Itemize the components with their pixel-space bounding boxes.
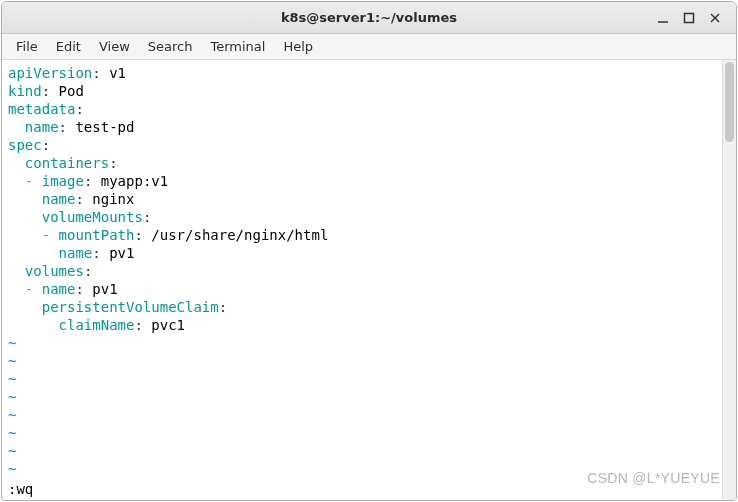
menu-file[interactable]: File: [8, 36, 46, 57]
code-line: volumes:: [8, 262, 718, 280]
code-line: volumeMounts:: [8, 208, 718, 226]
empty-line-tilde: ~: [8, 442, 718, 460]
scrollbar-thumb[interactable]: [725, 62, 734, 142]
code-line: - name: pv1: [8, 280, 718, 298]
empty-line-tilde: ~: [8, 352, 718, 370]
empty-line-tilde: ~: [8, 406, 718, 424]
code-line: claimName: pvc1: [8, 316, 718, 334]
editor-contents: apiVersion: v1kind: Podmetadata: name: t…: [8, 64, 718, 480]
code-line: kind: Pod: [8, 82, 718, 100]
code-line: name: pv1: [8, 244, 718, 262]
code-line: persistentVolumeClaim:: [8, 298, 718, 316]
minimize-button[interactable]: [656, 11, 670, 25]
empty-line-tilde: ~: [8, 388, 718, 406]
code-line: containers:: [8, 154, 718, 172]
titlebar[interactable]: k8s@server1:~/volumes: [2, 2, 736, 34]
empty-line-tilde: ~: [8, 424, 718, 442]
code-line: - mountPath: /usr/share/nginx/html: [8, 226, 718, 244]
empty-line-tilde: ~: [8, 460, 718, 478]
code-line: spec:: [8, 136, 718, 154]
code-line: name: nginx: [8, 190, 718, 208]
scrollbar[interactable]: [722, 60, 736, 500]
menu-terminal[interactable]: Terminal: [202, 36, 273, 57]
code-line: apiVersion: v1: [8, 64, 718, 82]
svg-rect-1: [685, 13, 694, 22]
code-line: name: test-pd: [8, 118, 718, 136]
window-title: k8s@server1:~/volumes: [2, 10, 736, 25]
terminal-area: apiVersion: v1kind: Podmetadata: name: t…: [2, 60, 736, 500]
vim-command-line[interactable]: :wq: [8, 480, 718, 498]
menu-help[interactable]: Help: [275, 36, 321, 57]
terminal[interactable]: apiVersion: v1kind: Podmetadata: name: t…: [2, 60, 722, 500]
empty-line-tilde: ~: [8, 334, 718, 352]
code-line: - image: myapp:v1: [8, 172, 718, 190]
maximize-icon: [683, 12, 695, 24]
code-line: metadata:: [8, 100, 718, 118]
window-controls: [656, 2, 732, 33]
menu-search[interactable]: Search: [140, 36, 201, 57]
close-icon: [709, 12, 721, 24]
empty-line-tilde: ~: [8, 370, 718, 388]
menubar: File Edit View Search Terminal Help: [2, 34, 736, 60]
menu-view[interactable]: View: [91, 36, 138, 57]
close-button[interactable]: [708, 11, 722, 25]
terminal-window: k8s@server1:~/volumes File Edit View Sea…: [1, 1, 737, 501]
menu-edit[interactable]: Edit: [48, 36, 89, 57]
maximize-button[interactable]: [682, 11, 696, 25]
minimize-icon: [657, 12, 669, 24]
